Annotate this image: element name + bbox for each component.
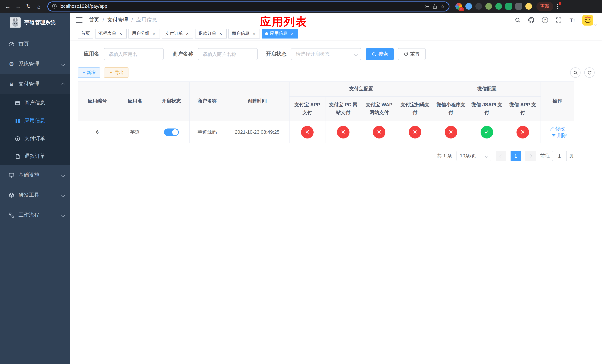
chevron-down-icon — [61, 173, 65, 177]
key-icon[interactable] — [424, 3, 430, 9]
grid-icon — [14, 117, 21, 124]
cell-created-time: 2021-10-23 08:49:25 — [225, 121, 289, 143]
refresh-button[interactable] — [584, 67, 595, 78]
page-number-button[interactable]: 1 — [511, 151, 521, 161]
breadcrumb-payment[interactable]: 支付管理 — [107, 17, 128, 23]
status-select[interactable]: 请选择开启状态 — [291, 48, 361, 60]
chrome-update-button[interactable]: 更新 — [537, 2, 553, 11]
close-icon[interactable]: × — [151, 31, 157, 36]
github-icon[interactable] — [527, 16, 535, 24]
next-page-button[interactable] — [525, 151, 536, 161]
bookmark-star-icon[interactable]: ☆ — [441, 3, 445, 9]
extension-wechat-icon[interactable] — [495, 3, 502, 10]
toggle-search-button[interactable] — [570, 67, 580, 78]
sidebar-item-app-info[interactable]: 应用信息 — [0, 112, 70, 130]
tab-pay-order[interactable]: 支付订单 × — [162, 29, 193, 38]
reload-icon[interactable]: ↻ — [24, 1, 33, 11]
edit-button[interactable]: 修改 — [550, 125, 565, 132]
sidebar-item-pay-order[interactable]: 支付订单 — [0, 130, 70, 147]
avatar — [582, 15, 593, 25]
search-button[interactable]: 搜索 — [366, 48, 394, 60]
extension-avatar-icon[interactable] — [485, 3, 492, 10]
browser-menu-icon[interactable]: ⋮ — [554, 3, 561, 10]
search-icon[interactable] — [514, 16, 521, 24]
sidebar-item-label: 首页 — [19, 41, 29, 47]
close-icon[interactable]: × — [185, 31, 190, 36]
export-button[interactable]: 导出 — [104, 67, 129, 78]
delete-button[interactable]: 删除 — [552, 132, 567, 139]
merchant-name-input[interactable] — [198, 48, 258, 60]
column-header: 应用编号 — [78, 82, 117, 121]
merchant-name-label: 商户名称 — [172, 51, 193, 57]
add-button[interactable]: + 新增 — [78, 67, 100, 78]
sidebar-item-dev-tools[interactable]: 研发工具 — [0, 185, 70, 205]
sidebar-item-merchant-info[interactable]: 商户信息 — [0, 94, 70, 112]
address-bar[interactable]: localhost:1024/pay/app ☆ — [47, 1, 450, 11]
prev-page-button[interactable] — [496, 151, 506, 161]
extension-dark-icon[interactable] — [475, 3, 482, 10]
chevron-down-icon — [485, 154, 489, 158]
extension-emoji-icon[interactable] — [525, 3, 532, 10]
extension-green-icon[interactable] — [505, 3, 512, 10]
status-select-placeholder: 请选择开启状态 — [296, 51, 330, 57]
tab-user-group[interactable]: 用户分组 × — [129, 29, 160, 38]
page-content: 应用名 商户名称 开启状态 请选择开启状态 搜索 重置 — [70, 40, 602, 161]
tab-label: 流程表单 — [98, 30, 116, 37]
app-logo[interactable]: 芋道管理系统 — [0, 13, 70, 32]
info-icon[interactable] — [52, 4, 57, 9]
sidebar-item-refund-order[interactable]: 退款订单 — [0, 147, 70, 165]
app-name-input[interactable] — [104, 48, 164, 60]
tab-app-info[interactable]: 应用信息 × — [262, 29, 298, 38]
tab-label: 用户分组 — [132, 30, 150, 37]
reset-button[interactable]: 重置 — [398, 48, 426, 60]
tab-refund-order[interactable]: 退款订单 × — [195, 29, 226, 38]
status-toggle[interactable] — [164, 128, 179, 136]
alipay-qr-status-icon — [409, 126, 421, 138]
dashboard-icon — [8, 41, 15, 47]
column-header: 支付宝 APP 支付 — [289, 96, 325, 121]
extensions-puzzle-icon[interactable] — [515, 3, 522, 10]
close-icon[interactable]: × — [218, 31, 223, 36]
chevron-down-icon — [594, 22, 597, 26]
tab-label: 支付订单 — [165, 30, 183, 37]
chevron-down-icon — [354, 52, 358, 56]
cell-app-id: 6 — [78, 121, 117, 143]
tab-home[interactable]: 首页 — [78, 29, 93, 38]
column-header: 操作 — [541, 82, 574, 121]
tab-merchant-info[interactable]: 商户信息 × — [228, 29, 260, 38]
fullscreen-icon[interactable] — [555, 16, 562, 24]
column-header: 支付宝 WAP 网站支付 — [361, 96, 397, 121]
column-header: 商户名称 — [189, 82, 225, 121]
tab-label: 应用信息 — [270, 30, 288, 37]
close-icon[interactable]: × — [251, 31, 257, 36]
group-header-wechat: 微信配置 — [433, 82, 541, 96]
close-icon[interactable]: × — [290, 31, 295, 36]
sidebar-item-payment[interactable]: ¥ 支付管理 — [0, 74, 70, 94]
hamburger-icon[interactable] — [76, 16, 83, 24]
main-area: 首页 / 支付管理 / 应用信息 应用列表 ? — [70, 13, 602, 364]
close-icon[interactable]: × — [118, 31, 123, 36]
sidebar-item-label: 应用信息 — [24, 117, 45, 124]
home-icon[interactable]: ⌂ — [34, 1, 44, 11]
cell-merchant-name: 芋道源码 — [189, 121, 225, 143]
breadcrumb-home[interactable]: 首页 — [89, 17, 99, 23]
user-menu[interactable] — [582, 15, 597, 25]
toolbox-icon — [8, 192, 15, 198]
yen-icon: ¥ — [8, 81, 15, 87]
forward-icon[interactable]: → — [13, 1, 23, 11]
tab-process-form[interactable]: 流程表单 × — [95, 29, 127, 38]
sidebar-item-workflow[interactable]: 工作流程 — [0, 205, 70, 225]
back-icon[interactable]: ← — [3, 1, 13, 11]
help-icon[interactable]: ? — [541, 16, 549, 24]
sidebar-item-home[interactable]: 首页 — [0, 34, 70, 54]
font-size-icon[interactable]: TT — [569, 16, 576, 24]
chevron-down-icon — [61, 213, 65, 217]
sidebar-item-infrastructure[interactable]: 基础设施 — [0, 165, 70, 185]
sidebar-item-system[interactable]: ⚙ 系统管理 — [0, 54, 70, 74]
extension-colorful-icon[interactable]: 10 — [455, 3, 462, 10]
page-size-select[interactable]: 10条/页 — [456, 151, 491, 161]
share-icon[interactable] — [432, 3, 438, 9]
extension-blue-icon[interactable] — [465, 3, 472, 10]
sidebar-item-label: 研发工具 — [19, 192, 39, 198]
goto-page-input[interactable] — [552, 151, 567, 161]
